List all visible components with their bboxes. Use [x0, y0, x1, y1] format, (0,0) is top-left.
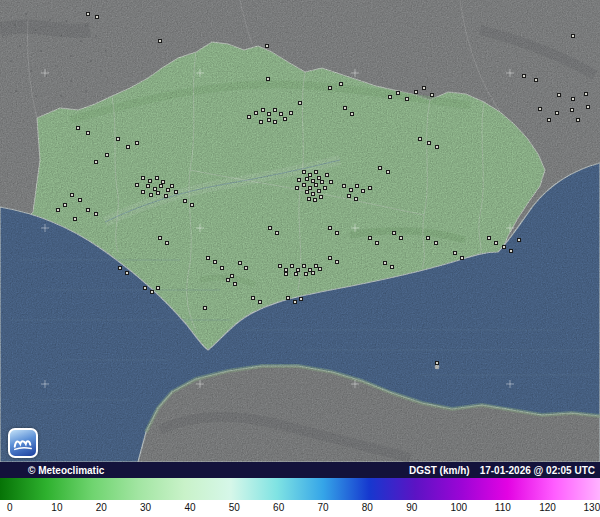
station-marker — [268, 226, 272, 230]
station-marker — [427, 141, 431, 145]
station-marker — [430, 93, 434, 97]
scale-tick-label: 70 — [317, 502, 328, 513]
scale-tick-label: 20 — [96, 502, 107, 513]
scale-tick-label: 60 — [273, 502, 284, 513]
station-marker — [517, 238, 521, 242]
station-marker — [166, 188, 170, 192]
station-marker — [95, 15, 99, 19]
station-marker — [320, 180, 324, 184]
station-marker — [460, 256, 464, 260]
station-marker — [328, 256, 332, 260]
color-scale-labels: 0102030405060708090100110120130 — [0, 500, 600, 517]
station-marker — [571, 97, 575, 101]
station-marker — [265, 44, 269, 48]
station-marker — [70, 193, 74, 197]
map-canvas — [0, 0, 600, 462]
station-marker — [304, 272, 308, 276]
meteoclimatic-weather-map: © Meteoclimatic DGST (km/h) 17-01-2026 @… — [0, 0, 600, 517]
station-marker — [329, 180, 333, 184]
station-marker — [396, 91, 400, 95]
station-marker — [311, 192, 315, 196]
station-marker — [230, 274, 234, 278]
station-marker — [361, 189, 365, 193]
station-marker — [190, 203, 194, 207]
station-marker — [349, 188, 353, 192]
station-marker — [135, 183, 139, 187]
station-marker — [570, 108, 574, 112]
scale-tick-label: 80 — [362, 502, 373, 513]
station-marker — [509, 249, 513, 253]
station-marker — [141, 176, 145, 180]
station-marker — [273, 108, 277, 112]
station-marker — [354, 197, 358, 201]
station-marker — [267, 118, 271, 122]
station-marker — [547, 118, 551, 122]
station-marker — [247, 115, 251, 119]
station-marker — [156, 191, 160, 195]
station-marker — [434, 241, 438, 245]
station-marker — [325, 173, 329, 177]
station-marker — [261, 108, 265, 112]
station-marker — [86, 12, 90, 16]
station-marker — [342, 184, 346, 188]
station-marker — [286, 296, 290, 300]
station-marker — [289, 111, 293, 115]
station-marker — [275, 231, 279, 235]
station-marker — [405, 97, 409, 101]
station-marker — [226, 278, 230, 282]
station-marker — [378, 166, 382, 170]
layer-title: DGST (km/h) — [409, 465, 470, 476]
station-marker — [335, 231, 339, 235]
station-marker — [390, 265, 394, 269]
station-marker — [392, 231, 396, 235]
status-bar: © Meteoclimatic DGST (km/h) 17-01-2026 @… — [0, 462, 600, 478]
station-marker — [148, 179, 152, 183]
station-marker — [86, 208, 90, 212]
station-marker — [383, 261, 387, 265]
station-marker — [76, 126, 80, 130]
station-marker — [146, 184, 150, 188]
station-marker — [135, 141, 139, 145]
station-marker — [284, 272, 288, 276]
station-marker — [388, 95, 392, 99]
station-marker — [238, 261, 242, 265]
station-marker — [584, 92, 588, 96]
station-marker — [150, 290, 154, 294]
station-marker — [328, 226, 332, 230]
station-marker — [159, 184, 163, 188]
station-marker — [244, 266, 248, 270]
color-scale-gradient — [0, 478, 600, 500]
station-marker — [126, 145, 130, 149]
station-marker — [576, 118, 580, 122]
station-marker — [487, 236, 491, 240]
scale-tick-label: 120 — [539, 502, 556, 513]
station-marker — [213, 260, 217, 264]
station-marker — [118, 266, 122, 270]
station-marker — [386, 170, 390, 174]
station-marker — [155, 176, 159, 180]
station-marker — [305, 177, 309, 181]
station-marker — [294, 272, 298, 276]
station-marker — [426, 236, 430, 240]
station-marker — [94, 212, 98, 216]
scale-tick-label: 110 — [495, 502, 511, 513]
copyright-label: © Meteoclimatic — [28, 465, 104, 476]
station-marker — [143, 286, 147, 290]
station-marker — [538, 107, 542, 111]
station-marker — [305, 190, 309, 194]
station-marker — [73, 217, 77, 221]
scale-tick-label: 90 — [406, 502, 417, 513]
station-marker — [273, 120, 277, 124]
scale-tick-label: 100 — [451, 502, 468, 513]
station-marker — [339, 82, 343, 86]
station-marker — [203, 306, 207, 310]
station-marker — [56, 208, 60, 212]
station-marker — [158, 39, 162, 43]
station-marker — [279, 112, 283, 116]
station-marker — [314, 183, 318, 187]
station-marker — [317, 189, 321, 193]
station-marker — [302, 264, 306, 268]
station-marker — [318, 267, 322, 271]
station-marker — [557, 93, 561, 97]
station-marker — [116, 137, 120, 141]
